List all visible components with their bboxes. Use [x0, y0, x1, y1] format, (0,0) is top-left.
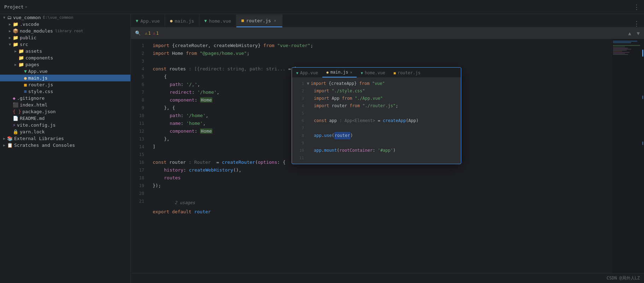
usages-text: 2 usages [175, 200, 195, 205]
item-label: node_modules [20, 28, 53, 34]
warning-triangle-icon: ⚠ [145, 31, 147, 36]
popup-line-8: 8 app.use(router) [296, 132, 457, 139]
code-line-1: import {createRouter, createWebHistory} … [153, 42, 608, 50]
vue-icon: ▼ [296, 71, 298, 75]
expand-arrow: ▼ [1, 16, 7, 19]
code-line-19: }); [153, 182, 608, 190]
main-layout: ▼ 🗂 vue_common E:\vue_common ▶ 📁 .vscode… [0, 14, 644, 283]
item-label: public [20, 35, 36, 40]
lock-icon: 🔒 [13, 129, 18, 134]
popup-tab-home-vue[interactable]: ▼ home.vue [357, 68, 390, 77]
item-label: style.css [28, 89, 53, 94]
error-count: 1 [156, 31, 159, 36]
tab-bar: ▼ App.vue ● main.js ▼ home.vue ■ router.… [131, 14, 644, 28]
scroll-up-icon[interactable]: ▲ [627, 30, 632, 37]
popup-tab-router-js[interactable]: ■ router.js [390, 68, 425, 77]
tab-more-options[interactable]: ⋮ [633, 20, 644, 27]
code-line-21: export default router [153, 208, 608, 216]
tab-close-icon[interactable]: ✕ [273, 17, 277, 24]
sidebar-item-components[interactable]: 📁 components [0, 54, 130, 61]
expand-arrow: ▶ [13, 63, 18, 67]
sidebar-item-style-css[interactable]: ≡ style.css [0, 88, 130, 95]
sidebar-item-index-html[interactable]: ⬛ index.html [0, 102, 130, 108]
vite-icon: ⚡ [13, 122, 16, 128]
popup-line-4: 4 import router from "./router.js"; [296, 102, 457, 110]
folder-icon: 📁 [18, 48, 24, 54]
sidebar-item-src[interactable]: ▼ 📁 src [0, 41, 130, 48]
sidebar-item-app-vue[interactable]: ▼ App.vue [0, 68, 130, 75]
cursor-word: router [334, 132, 350, 139]
tab-label: App.vue [140, 18, 160, 24]
minimap[interactable] [612, 39, 644, 273]
item-label: yarn.lock [20, 129, 45, 134]
code-line-2: import Home from "@pages/home.vue"; [153, 50, 608, 57]
tab-router-js[interactable]: ■ router.js ✕ [236, 15, 282, 27]
sidebar-item-node-modules[interactable]: ▶ 📦 node_modules library root [0, 28, 130, 34]
vue-icon: ▼ [136, 18, 138, 23]
sidebar-item-public[interactable]: ▶ 📁 public [0, 34, 130, 41]
tab-main-js[interactable]: ● main.js [165, 15, 199, 27]
error-triangle-icon: ⚠ [153, 31, 155, 36]
vue-icon: ▼ [361, 71, 363, 75]
popup-tab-app-vue[interactable]: ▼ App.vue [292, 68, 322, 77]
scratches-icon: 📋 [7, 143, 13, 148]
popup-tab-main-js[interactable]: ● main.js ✕ [322, 68, 357, 77]
scroll-down-icon[interactable]: ▼ [636, 30, 641, 37]
item-sublabel: E:\vue_common [43, 15, 73, 20]
sidebar-item-readme[interactable]: 📄 README.md [0, 115, 130, 122]
expand-arrow: ▶ [7, 29, 13, 33]
tab-label: home.vue [365, 70, 385, 75]
sidebar-item-router-js[interactable]: ■ router.js [0, 81, 130, 88]
item-label: App.vue [28, 69, 48, 74]
folder-icon: 📁 [13, 35, 18, 40]
warning-indicator[interactable]: ⚠ 1 ⚠ 1 [145, 31, 159, 36]
sidebar-item-pages[interactable]: ▶ 📁 pages [0, 61, 130, 68]
md-icon: 📄 [13, 116, 18, 121]
sidebar-item-scratches[interactable]: ▶ 📋 Scratches and Consoles [0, 142, 130, 149]
item-label: main.js [28, 75, 48, 81]
tab-app-vue[interactable]: ▼ App.vue [131, 15, 165, 27]
item-label: vue_common [13, 15, 41, 20]
bottom-bar: CSDN @局外人LZ [131, 273, 644, 283]
sidebar-item-main-js[interactable]: ● main.js [0, 75, 130, 81]
library-icon: 📚 [7, 136, 13, 141]
search-usages-icon[interactable]: 🔍 [134, 30, 142, 36]
sidebar-item-vscode[interactable]: ▶ 📁 .vscode [0, 21, 130, 28]
sidebar: ▼ 🗂 vue_common E:\vue_common ▶ 📁 .vscode… [0, 14, 131, 283]
project-label[interactable]: Project ▾ [4, 4, 27, 10]
project-chevron: ▾ [25, 5, 27, 9]
more-options-icon[interactable]: ⋮ [633, 3, 640, 11]
code-line-18: routes [153, 174, 608, 182]
folder-icon: 📁 [18, 62, 24, 67]
sidebar-item-gitignore[interactable]: ◆ .gitignore [0, 95, 130, 102]
sidebar-item-yarn-lock[interactable]: 🔒 yarn.lock [0, 128, 130, 135]
title-bar: Project ▾ ⋮ [0, 0, 644, 14]
popup-line-7: 7 [296, 125, 457, 132]
package-icon: 📦 [13, 28, 18, 34]
sidebar-item-external-libraries[interactable]: ▶ 📚 External Libraries [0, 135, 130, 142]
item-label: External Libraries [14, 136, 64, 141]
router-js-icon: ■ [241, 18, 244, 23]
item-label: index.html [20, 102, 47, 108]
js-icon: ● [170, 18, 172, 23]
sidebar-item-vue-common[interactable]: ▼ 🗂 vue_common E:\vue_common [0, 14, 130, 21]
item-label: router.js [28, 82, 53, 87]
popup-line-9: 9 [296, 139, 457, 147]
tab-label: main.js [175, 18, 194, 24]
sidebar-item-vite-config[interactable]: ⚡ vite.config.js [0, 122, 130, 128]
editor-toolbar: 🔍 ⚠ 1 ⚠ 1 ▲ ▼ [131, 28, 644, 39]
minimap-scrollbar-indicator-1 [642, 50, 643, 57]
popup-code-content[interactable]: 1 ▼ import {createApp} from "vue" 2 impo… [292, 78, 461, 164]
expand-arrow: ▶ [7, 36, 13, 40]
folder-icon: 📁 [13, 22, 18, 27]
vue-file-icon: ▼ [24, 69, 27, 74]
tab-home-vue[interactable]: ▼ home.vue [199, 15, 236, 27]
sidebar-item-package-json[interactable]: { } package.json [0, 108, 130, 115]
popup-tab-close-icon[interactable]: ✕ [350, 70, 352, 75]
item-label: src [20, 42, 28, 47]
expand-arrow: ▶ [13, 49, 18, 53]
sidebar-item-assets[interactable]: ▶ 📁 assets [0, 48, 130, 54]
css-file-icon: ≡ [24, 89, 27, 94]
router-icon: ■ [394, 71, 396, 75]
folder-icon: 🗂 [7, 15, 12, 20]
